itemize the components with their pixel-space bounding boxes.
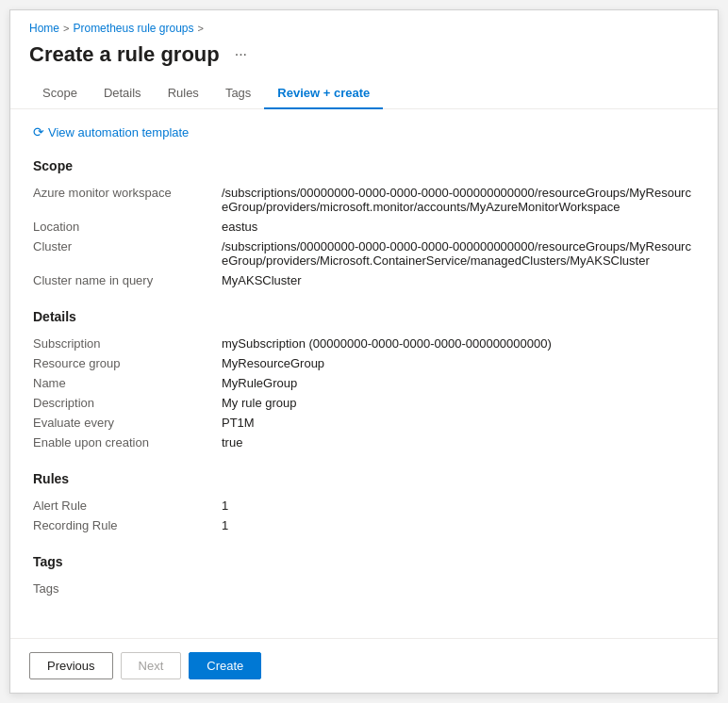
field-value: My rule group: [222, 393, 695, 413]
field-value: 1: [222, 515, 695, 535]
table-row: Cluster /subscriptions/00000000-0000-000…: [33, 237, 695, 270]
tab-details[interactable]: Details: [91, 78, 155, 109]
breadcrumb-prometheus[interactable]: Prometheus rule groups: [73, 22, 193, 35]
rules-table: Alert Rule 1 Recording Rule 1: [33, 496, 695, 535]
field-label: Evaluate every: [33, 413, 222, 433]
field-value: MyAKSCluster: [222, 270, 695, 290]
page-title: Create a rule group: [29, 42, 220, 67]
next-button: Next: [121, 652, 182, 679]
field-value: /subscriptions/00000000-0000-0000-0000-0…: [222, 183, 695, 217]
field-label: Location: [33, 217, 222, 237]
table-row: Location eastus: [33, 217, 695, 237]
tab-review-create[interactable]: Review + create: [264, 78, 383, 109]
breadcrumb: Home > Prometheus rule groups >: [10, 10, 718, 39]
create-button[interactable]: Create: [189, 652, 261, 679]
field-value: mySubscription (00000000-0000-0000-0000-…: [222, 334, 695, 353]
previous-button[interactable]: Previous: [29, 652, 113, 679]
details-table: Subscription mySubscription (00000000-00…: [33, 334, 695, 452]
tab-scope[interactable]: Scope: [29, 78, 91, 109]
tags-section-title: Tags: [33, 554, 695, 569]
field-label: Subscription: [33, 334, 222, 353]
tabs-bar: Scope Details Rules Tags Review + create: [10, 78, 718, 109]
table-row: Subscription mySubscription (00000000-00…: [33, 334, 695, 353]
table-row: Recording Rule 1: [33, 515, 695, 535]
tab-tags[interactable]: Tags: [212, 78, 264, 109]
page-header: Create a rule group ···: [10, 39, 718, 78]
field-label: Alert Rule: [33, 496, 222, 515]
scope-table: Azure monitor workspace /subscriptions/0…: [33, 183, 695, 290]
field-label: Name: [33, 373, 222, 393]
field-value: [222, 579, 695, 598]
tab-rules[interactable]: Rules: [155, 78, 212, 109]
field-value: 1: [222, 496, 695, 515]
table-row: Azure monitor workspace /subscriptions/0…: [33, 183, 695, 217]
content-area: ⟳ View automation template Scope Azure m…: [10, 109, 718, 638]
table-row: Name MyRuleGroup: [33, 373, 695, 393]
field-label: Cluster: [33, 237, 222, 270]
breadcrumb-separator-1: >: [63, 23, 69, 34]
table-row: Enable upon creation true: [33, 433, 695, 452]
table-row: Resource group MyResourceGroup: [33, 353, 695, 373]
view-automation-template-link[interactable]: ⟳ View automation template: [33, 124, 695, 139]
field-value: MyResourceGroup: [222, 353, 695, 373]
field-label: Cluster name in query: [33, 270, 222, 290]
field-value: PT1M: [222, 413, 695, 433]
field-value: MyRuleGroup: [222, 373, 695, 393]
breadcrumb-separator-2: >: [198, 23, 204, 34]
field-value: /subscriptions/00000000-0000-0000-0000-0…: [222, 237, 695, 270]
field-label: Tags: [33, 579, 222, 598]
rules-section-title: Rules: [33, 471, 695, 486]
field-label: Azure monitor workspace: [33, 183, 222, 217]
table-row: Cluster name in query MyAKSCluster: [33, 270, 695, 290]
field-label: Recording Rule: [33, 515, 222, 535]
tags-table: Tags: [33, 579, 695, 598]
field-label: Enable upon creation: [33, 433, 222, 452]
ellipsis-button[interactable]: ···: [229, 44, 253, 65]
table-row: Alert Rule 1: [33, 496, 695, 515]
view-automation-label: View automation template: [48, 125, 189, 139]
automation-icon: ⟳: [33, 124, 44, 139]
breadcrumb-home[interactable]: Home: [29, 22, 59, 35]
table-row: Evaluate every PT1M: [33, 413, 695, 433]
table-row: Tags: [33, 579, 695, 598]
details-section-title: Details: [33, 309, 695, 324]
field-label: Resource group: [33, 353, 222, 373]
field-value: eastus: [222, 217, 695, 237]
field-value: true: [222, 433, 695, 452]
scope-section-title: Scope: [33, 158, 695, 173]
field-label: Description: [33, 393, 222, 413]
table-row: Description My rule group: [33, 393, 695, 413]
footer: Previous Next Create: [10, 638, 718, 693]
